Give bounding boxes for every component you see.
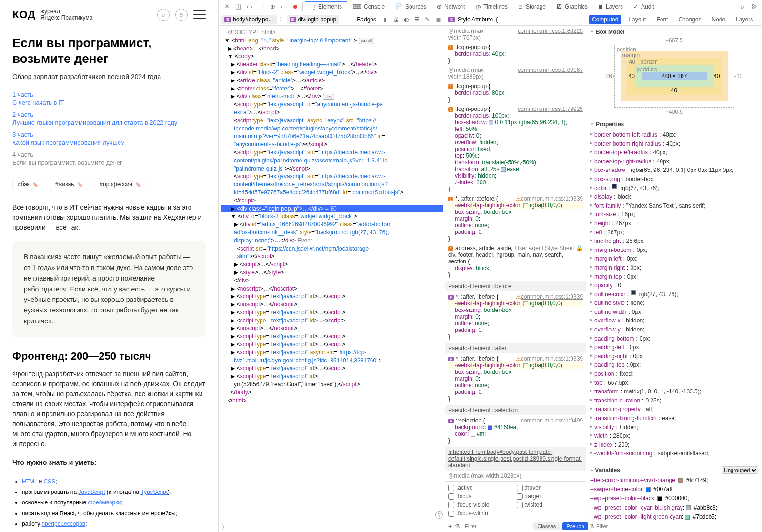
article-subtitle: Обзор зарплат разработчиков весной 2024 … — [12, 73, 206, 80]
logo-subtitle: журналЯндекс Практикума — [40, 9, 92, 21]
tab-timelines[interactable]: ◷Timelines — [471, 1, 512, 12]
search-icon[interactable]: ⌕ — [157, 9, 170, 21]
tag[interactable]: #профессия — [95, 178, 146, 191]
variables-title[interactable]: Variables — [590, 467, 620, 473]
properties-list: border-bottom-left-radius: 40px;border-b… — [590, 130, 758, 458]
breadcrumb[interactable]: Ebody#body.po… — [221, 15, 277, 24]
breadcrumb[interactable]: Ediv.login-popup — [287, 15, 340, 24]
devtools-toolbar: ✕ ◫ ▭ ▭ ⊕ ▭ ⬚Elements ⌨Console 📄Sources … — [219, 0, 762, 13]
profile-icon[interactable]: ☺ — [175, 9, 188, 21]
layout-icon[interactable]: ⫿ — [381, 15, 390, 24]
toc-part[interactable]: 2 часть — [12, 111, 206, 118]
paint-icon[interactable]: ✎ — [423, 15, 431, 24]
style-attribute-label: Style Attribute — [458, 16, 493, 23]
close-icon[interactable]: ✕ — [221, 1, 232, 12]
dock-bottom-icon[interactable]: ▭ — [244, 1, 255, 12]
list-item: основные и популярные фреймворки; — [22, 497, 206, 508]
dock-right-icon[interactable]: ▭ — [256, 1, 266, 12]
styles-header: EStyle Attribute { — [445, 13, 586, 26]
pseudo-states: :active :hover :focus :target :focus-vis… — [445, 481, 586, 520]
list-item: работу препроцессоров; — [22, 519, 206, 529]
tab-audit[interactable]: ✓Audit — [629, 1, 659, 12]
pseudo-toggle[interactable]: Pseudo — [562, 522, 588, 530]
pseudo-focus[interactable]: :focus — [448, 493, 515, 500]
toc-part[interactable]: 1 часть — [12, 91, 206, 98]
section-heading: Фронтенд: 200—250 тысяч — [12, 350, 206, 362]
pseudo-active[interactable]: :active — [448, 484, 515, 491]
header-actions: ⌕ ☺ — [157, 9, 206, 21]
link[interactable]: препроцессоров — [42, 521, 86, 527]
toc-part-current: 4 часть — [12, 151, 206, 158]
link[interactable]: фреймворки — [88, 499, 121, 506]
styles-panel: EStyle Attribute { common.min.css:1:8022… — [445, 13, 586, 532]
list-item: HTML и CSS; — [22, 476, 206, 487]
computed-tab-computed[interactable]: Computed — [589, 15, 621, 24]
help-icon[interactable]: ? — [435, 511, 443, 519]
box-model-title[interactable]: Box Model — [590, 29, 758, 35]
add-rule-icon[interactable]: + — [448, 522, 452, 530]
pseudo-hover[interactable]: :hover — [517, 484, 583, 491]
computed-tab-changes[interactable]: Changes — [675, 15, 704, 24]
dom-source[interactable]: <!DOCTYPE html> ▼ <html lang="ru" style=… — [219, 26, 445, 522]
styles-footer: + ⚗ Classes Pseudo — [445, 520, 586, 532]
pseudo-focus-within[interactable]: :focus-within — [448, 510, 515, 517]
toc-part[interactable]: 3 часть — [12, 131, 206, 138]
variables-list: --bec-color-luminous-vivid-orange: #fc71… — [590, 476, 758, 520]
print-icon[interactable]: 🖨 — [391, 15, 400, 24]
tab-graphics[interactable]: 🖼Graphics — [551, 1, 592, 12]
target-icon[interactable]: ⊕ — [267, 1, 278, 12]
list-title: Что нужно знать и уметь: — [12, 458, 206, 468]
tab-storage[interactable]: ⊟Storage — [513, 1, 551, 12]
toc-link[interactable]: С чего начать в IT — [12, 99, 206, 106]
error-badge[interactable] — [290, 1, 301, 12]
menu-icon[interactable] — [193, 10, 206, 19]
styles-body[interactable]: common.min.css:1:80225@media (max-width:… — [445, 26, 586, 481]
settings-icon[interactable]: ⚙ — [749, 1, 759, 12]
link[interactable]: JavaScript — [79, 489, 105, 495]
dock-left-icon[interactable]: ◫ — [233, 1, 243, 12]
composite-icon[interactable]: ▦ — [433, 15, 442, 24]
inherited-from[interactable]: Inherited From body#body.post-template-d… — [445, 447, 586, 471]
badges-button[interactable]: Badges — [354, 15, 379, 24]
computed-body[interactable]: Box Model −667.5 −400.5 267 −13 position… — [586, 26, 762, 520]
computed-tab-layout[interactable]: Layout — [626, 15, 649, 24]
link[interactable]: HTML — [22, 478, 37, 485]
tab-elements[interactable]: ⬚Elements — [305, 1, 347, 12]
pseudo-visited[interactable]: :visited — [517, 502, 583, 508]
toc-link[interactable]: Какой язык программирования лучше? — [12, 139, 206, 146]
tab-layers[interactable]: ≣Layers — [593, 1, 628, 12]
computed-tab-node[interactable]: Node — [709, 15, 728, 24]
classes-toggle[interactable]: Classes — [533, 522, 560, 530]
link[interactable]: CSS — [44, 478, 56, 485]
properties-title[interactable]: Properties — [590, 121, 758, 128]
styles-filter-input[interactable] — [465, 523, 531, 529]
inspect-icon[interactable]: ▭ — [279, 1, 289, 12]
devtools-body: Ebody#body.po… 〉 Ediv.login-popup Badges… — [219, 13, 762, 532]
dark-mode-icon[interactable]: ◐ — [402, 15, 411, 24]
link[interactable]: TypeScript — [140, 489, 168, 495]
filter-icon: ⚗ — [589, 523, 594, 530]
search-icon[interactable]: ⌕ — [737, 1, 748, 12]
list-item: писать код на React, чтобы делать классн… — [22, 508, 206, 519]
variables-grouping[interactable]: Ungrouped — [722, 466, 758, 474]
pseudo-focus-visible[interactable]: :focus-visible — [448, 502, 515, 508]
computed-tab-layers[interactable]: Layers — [733, 15, 756, 24]
tag[interactable]: #жизнь — [50, 178, 88, 191]
website-preview: КОД журналЯндекс Практикума ⌕ ☺ Если вы … — [0, 0, 219, 532]
pseudo-target[interactable]: :target — [517, 493, 583, 500]
dom-footer[interactable]: 〉 — [219, 522, 445, 532]
skills-list: HTML и CSS; программировать на JavaScrip… — [12, 476, 206, 529]
list-item: программировать на JavaScript (и иногда … — [22, 487, 206, 497]
dom-toolbar: Ebody#body.po… 〉 Ediv.login-popup Badges… — [219, 13, 445, 26]
site-logo[interactable]: КОД журналЯндекс Практикума — [12, 9, 92, 21]
box-model-diagram: −667.5 −400.5 267 −13 position margin 40… — [608, 38, 741, 114]
tab-network[interactable]: ⊕Network — [432, 1, 470, 12]
filter-icon: ⚗ — [455, 523, 460, 530]
accessibility-icon[interactable]: ☰ — [412, 15, 421, 24]
tag[interactable]: #бэк — [12, 178, 43, 191]
computed-tab-font[interactable]: Font — [653, 15, 671, 24]
computed-filter-input[interactable] — [596, 523, 759, 529]
tab-console[interactable]: ⌨Console — [348, 1, 390, 12]
toc-link[interactable]: Лучшие языки программирования для старта… — [12, 119, 206, 126]
tab-sources[interactable]: 📄Sources — [391, 1, 431, 12]
